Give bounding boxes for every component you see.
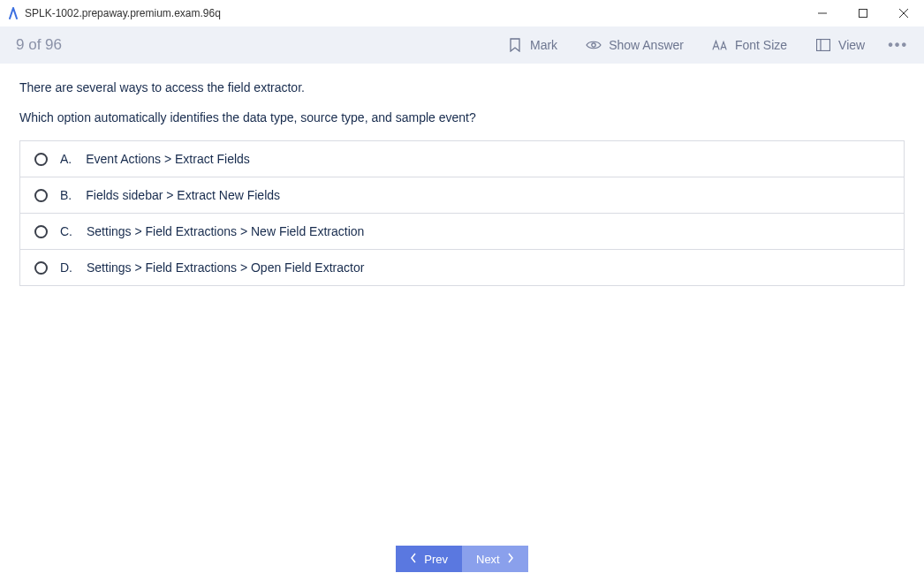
font-size-icon	[712, 37, 728, 53]
mark-button[interactable]: Mark	[493, 37, 572, 53]
close-button[interactable]	[883, 0, 924, 26]
question-text: There are several ways to access the fie…	[19, 79, 905, 126]
next-label: Next	[476, 553, 500, 566]
chevron-left-icon	[410, 553, 417, 566]
option-text: Fields sidebar > Extract New Fields	[86, 188, 280, 202]
view-label: View	[838, 38, 865, 52]
mark-label: Mark	[530, 38, 557, 52]
view-button[interactable]: View	[801, 37, 879, 53]
view-icon	[815, 37, 831, 53]
bookmark-icon	[507, 37, 523, 53]
option-b[interactable]: B. Fields sidebar > Extract New Fields	[20, 177, 904, 214]
show-answer-button[interactable]: Show Answer	[572, 37, 698, 53]
option-letter: A.	[60, 152, 72, 166]
next-button[interactable]: Next	[462, 546, 528, 572]
radio-icon	[34, 153, 48, 166]
option-letter: D.	[60, 260, 72, 275]
eye-icon	[586, 37, 602, 53]
option-text: Settings > Field Extractions > Open Fiel…	[87, 260, 364, 275]
font-size-button[interactable]: Font Size	[698, 37, 801, 53]
option-text: Event Actions > Extract Fields	[86, 152, 250, 166]
window-title: SPLK-1002.prepaway.premium.exam.96q	[25, 7, 221, 19]
question-line-1: There are several ways to access the fie…	[19, 79, 905, 97]
app-icon	[7, 7, 19, 19]
option-letter: B.	[60, 188, 72, 202]
option-letter: C.	[60, 224, 72, 238]
maximize-button[interactable]	[843, 0, 883, 26]
show-answer-label: Show Answer	[609, 38, 684, 52]
toolbar: 9 of 96 Mark Show Answer Font Size View …	[0, 26, 924, 64]
radio-icon	[34, 225, 48, 238]
minimize-button[interactable]	[802, 0, 843, 26]
option-d[interactable]: D. Settings > Field Extractions > Open F…	[20, 250, 904, 285]
option-a[interactable]: A. Event Actions > Extract Fields	[20, 141, 904, 177]
prev-label: Prev	[424, 553, 448, 566]
svg-rect-1	[860, 10, 867, 18]
radio-icon	[34, 189, 48, 202]
option-text: Settings > Field Extractions > New Field…	[87, 224, 364, 238]
font-size-label: Font Size	[735, 38, 787, 52]
svg-rect-5	[817, 40, 830, 51]
window-controls	[802, 0, 924, 26]
svg-point-4	[592, 43, 595, 47]
question-area: There are several ways to access the fie…	[0, 64, 924, 286]
more-button[interactable]: •••	[879, 37, 924, 53]
window-titlebar: SPLK-1002.prepaway.premium.exam.96q	[0, 0, 924, 26]
prev-button[interactable]: Prev	[396, 546, 462, 572]
chevron-right-icon	[507, 553, 514, 566]
footer-nav: Prev Next	[0, 546, 924, 572]
question-line-2: Which option automatically identifies th…	[19, 109, 905, 127]
option-c[interactable]: C. Settings > Field Extractions > New Fi…	[20, 214, 904, 250]
progress-indicator: 9 of 96	[16, 36, 62, 54]
options-list: A. Event Actions > Extract Fields B. Fie…	[19, 140, 905, 286]
radio-icon	[34, 261, 48, 275]
more-icon: •••	[888, 37, 908, 52]
